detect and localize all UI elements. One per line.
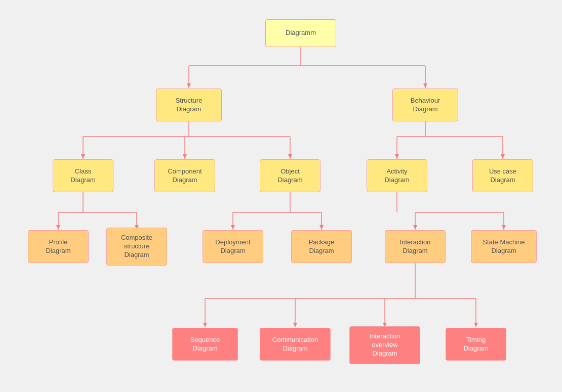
interaction-overview-diagram-node: InteractionoverviewDiagram: [349, 326, 420, 364]
svg-marker-35: [413, 225, 417, 230]
state-machine-diagram-node: State MachineDiagram: [471, 230, 537, 263]
structure-diagram-node: StructureDiagram: [156, 89, 222, 121]
svg-marker-19: [501, 154, 505, 159]
class-diagram-node: ClassDiagram: [53, 159, 113, 192]
svg-marker-47: [474, 323, 478, 327]
package-diagram-node: PackageDiagram: [291, 230, 352, 263]
svg-marker-13: [288, 154, 292, 159]
svg-marker-3: [187, 83, 191, 88]
sequence-diagram-node: SequenceDiagram: [172, 328, 238, 361]
object-diagram-node: ObjectDiagram: [260, 159, 320, 192]
svg-marker-31: [319, 225, 324, 230]
component-diagram-node: ComponentDiagram: [154, 159, 215, 192]
profile-diagram-node: ProfileDiagram: [28, 230, 89, 263]
behaviour-diagram-node: BehaviourDiagram: [392, 89, 458, 121]
composite-structure-diagram-node: CompositestructureDiagram: [106, 228, 167, 266]
svg-marker-11: [183, 154, 187, 159]
activity-diagram-node: ActivityDiagram: [367, 159, 427, 192]
diagramm-node: Diagramm: [265, 19, 336, 47]
svg-marker-29: [231, 225, 235, 230]
interaction-diagram-node: InteractionDiagram: [385, 230, 446, 263]
timing-diagram-node: TimingDiagram: [446, 328, 506, 361]
diagram-container: Diagramm StructureDiagram BehaviourDiagr…: [0, 0, 562, 392]
svg-marker-17: [395, 154, 399, 159]
svg-marker-23: [56, 225, 60, 230]
svg-marker-37: [502, 225, 506, 230]
svg-marker-5: [423, 83, 427, 88]
svg-marker-43: [293, 323, 297, 327]
svg-marker-9: [81, 154, 85, 159]
usecase-diagram-node: Use caseDiagram: [472, 159, 533, 192]
communication-diagram-node: CommunicationDiagram: [260, 328, 331, 361]
svg-marker-41: [203, 323, 207, 327]
deployment-diagram-node: DeploymentDiagram: [203, 230, 263, 263]
